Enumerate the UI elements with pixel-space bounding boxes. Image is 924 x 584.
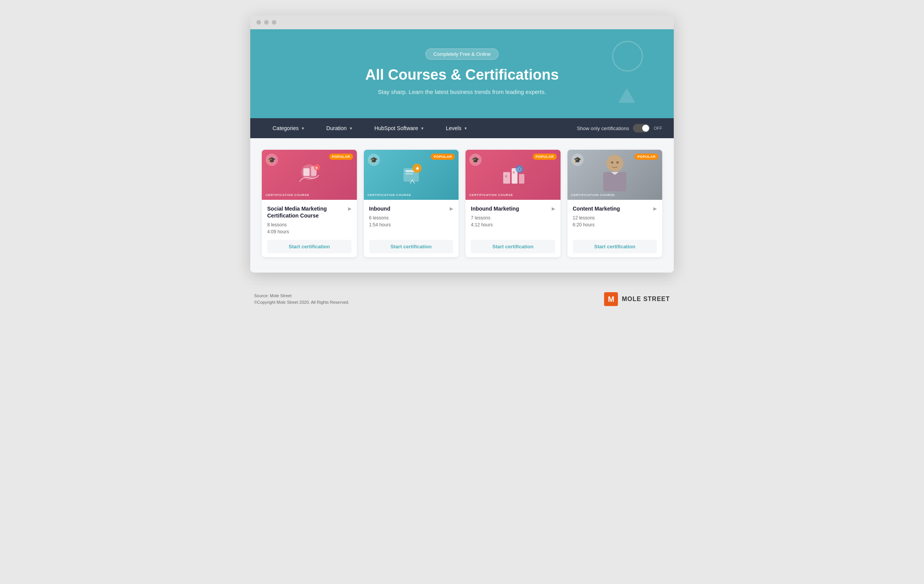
browser-dot-yellow [264,20,269,25]
social-media-illustration: ♦ [292,161,326,189]
start-btn-content[interactable]: Start certification [573,240,657,253]
hubspot-label: HubSpot Software [374,125,418,131]
browser-dot-red [256,20,261,25]
hero-subtitle: Stay sharp. Learn the latest business tr… [258,89,666,95]
cards-section: ♦ 🎓 CERTIFICATION COURSE POPULAR Social … [250,138,674,273]
hero-title: All Courses & Certifications [258,67,666,83]
card-arrow-social: ▶ [348,206,352,211]
card-footer-inbound: Start certification [364,236,459,257]
svg-rect-7 [405,173,413,174]
levels-label: Levels [446,125,461,131]
card-hours-content: 6:20 hours [573,222,657,228]
card-inbound: ★ 🎓 CERTIFICATION COURSE POPULAR Inbound… [364,150,459,257]
card-footer-inbound-mktg: Start certification [465,236,561,257]
svg-point-21 [616,161,619,164]
card-lessons-inbound: 6 lessons [369,215,454,221]
footer-source-line2: ©Copyright Mole Street 2020. All Rights … [254,299,349,306]
filter-levels[interactable]: Levels ▼ [435,118,478,138]
cert-badge-content: 🎓 [571,154,584,166]
filter-nav: Categories ▼ Duration ▼ HubSpot Software… [250,118,674,138]
filter-duration[interactable]: Duration ▼ [316,118,364,138]
page-footer: Source: Mole Street ©Copyright Mole Stre… [250,284,674,310]
cert-label-inbound: CERTIFICATION COURSE [368,193,412,197]
cert-label-content: CERTIFICATION COURSE [571,193,615,197]
card-title-row-inbound-mktg: Inbound Marketing ▶ [471,205,555,212]
card-body-content: Content Marketing ▶ 12 lessons 6:20 hour… [567,200,663,236]
toggle-state: OFF [654,126,662,131]
svg-rect-10 [503,172,510,184]
card-title-inbound: Inbound [369,205,448,212]
person-illustration [598,150,632,200]
popular-badge-content: POPULAR [634,154,658,160]
svg-rect-18 [603,172,626,191]
footer-logo: M MOLE STREET [604,292,670,306]
deco-triangle [618,88,635,103]
card-title-row-inbound: Inbound ▶ [369,205,454,212]
card-title-social: Social Media Marketing Certification Cou… [267,205,346,219]
svg-point-17 [606,155,623,172]
card-footer-content: Start certification [567,236,663,257]
card-title-content: Content Marketing [573,205,651,212]
browser-content: Completely Free & Online All Courses & C… [250,29,674,273]
cert-badge-social: 🎓 [266,154,278,166]
card-hours-inbound-mktg: 4:12 hours [471,222,555,228]
filter-categories[interactable]: Categories ▼ [262,118,316,138]
svg-text:★: ★ [415,165,420,171]
card-hours-social: 4:09 hours [267,229,352,234]
certifications-toggle[interactable] [633,124,650,132]
levels-chevron-icon: ▼ [464,126,467,131]
card-inbound-marketing: ⬡ 🎓 CERTIFICATION COURSE POPULAR Inbound… [465,150,561,257]
svg-rect-1 [303,168,310,176]
start-btn-inbound[interactable]: Start certification [369,240,454,253]
inbound-marketing-illustration: ⬡ [495,161,530,189]
card-image-inbound: ★ 🎓 CERTIFICATION COURSE POPULAR [364,150,459,200]
start-btn-inbound-mktg[interactable]: Start certification [471,240,555,253]
cert-badge-inbound-mktg: 🎓 [469,154,482,166]
card-image-content-marketing: 🎓 CERTIFICATION COURSE POPULAR [567,150,663,200]
svg-text:♦: ♦ [316,166,318,170]
toggle-knob [642,125,649,132]
start-btn-social[interactable]: Start certification [267,240,352,253]
toggle-wrap: Show only certifications OFF [577,124,662,132]
card-body-inbound: Inbound ▶ 6 lessons 1:54 hours [364,200,459,236]
card-footer-social: Start certification [262,236,357,257]
svg-rect-13 [505,175,507,177]
categories-label: Categories [273,125,299,131]
svg-point-20 [611,161,613,164]
cert-label-inbound-mktg: CERTIFICATION COURSE [469,193,513,197]
cert-label-social: CERTIFICATION COURSE [266,193,310,197]
logo-name: MOLE STREET [622,296,670,303]
card-arrow-inbound: ▶ [450,206,453,211]
browser-dot-green [272,20,276,25]
hero-badge: Completely Free & Online [425,49,499,60]
card-lessons-inbound-mktg: 7 lessons [471,215,555,221]
card-title-inbound-mktg: Inbound Marketing [471,205,549,212]
card-arrow-content: ▶ [653,206,657,211]
hero-section: Completely Free & Online All Courses & C… [250,29,674,118]
categories-chevron-icon: ▼ [301,126,305,131]
card-arrow-inbound-mktg: ▶ [552,206,555,211]
toggle-label: Show only certifications [577,126,629,131]
duration-label: Duration [326,125,347,131]
browser-window: Completely Free & Online All Courses & C… [250,15,674,273]
filter-hubspot[interactable]: HubSpot Software ▼ [363,118,435,138]
card-body-inbound-mktg: Inbound Marketing ▶ 7 lessons 4:12 hours [465,200,561,236]
cards-grid: ♦ 🎓 CERTIFICATION COURSE POPULAR Social … [262,150,662,257]
card-image-inbound-marketing: ⬡ 🎓 CERTIFICATION COURSE POPULAR [465,150,561,200]
popular-badge-inbound: POPULAR [431,154,455,160]
svg-text:⬡: ⬡ [517,167,521,172]
card-body-social: Social Media Marketing Certification Cou… [262,200,357,236]
card-social-media: ♦ 🎓 CERTIFICATION COURSE POPULAR Social … [262,150,357,257]
popular-badge-inbound-mktg: POPULAR [533,154,557,160]
card-image-social-media: ♦ 🎓 CERTIFICATION COURSE POPULAR [262,150,357,200]
card-hours-inbound: 1:54 hours [369,222,454,228]
inbound-illustration: ★ [394,161,429,189]
deco-circle [612,41,643,72]
browser-titlebar [250,15,674,29]
svg-rect-14 [513,171,515,174]
card-lessons-content: 12 lessons [573,215,657,221]
duration-chevron-icon: ▼ [349,126,353,131]
svg-rect-12 [519,174,524,184]
hubspot-chevron-icon: ▼ [420,126,424,131]
footer-source-line1: Source: Mole Street [254,293,349,300]
